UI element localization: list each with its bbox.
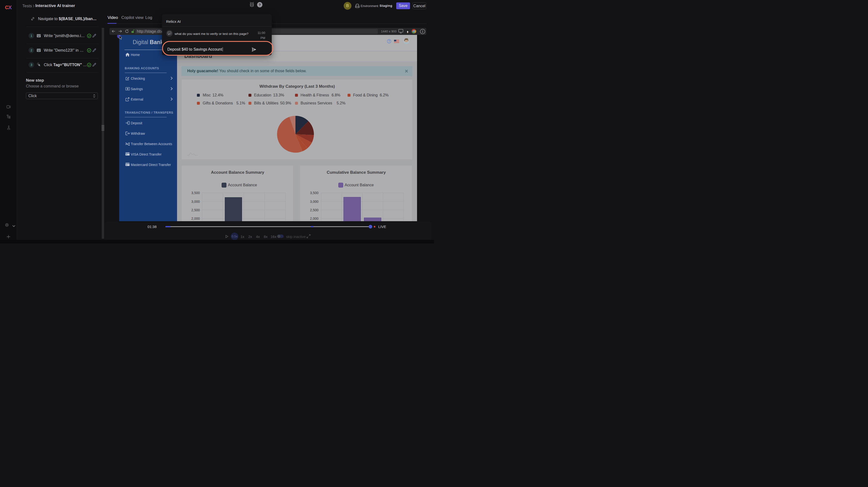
svg-text:?: ? [259, 3, 261, 7]
